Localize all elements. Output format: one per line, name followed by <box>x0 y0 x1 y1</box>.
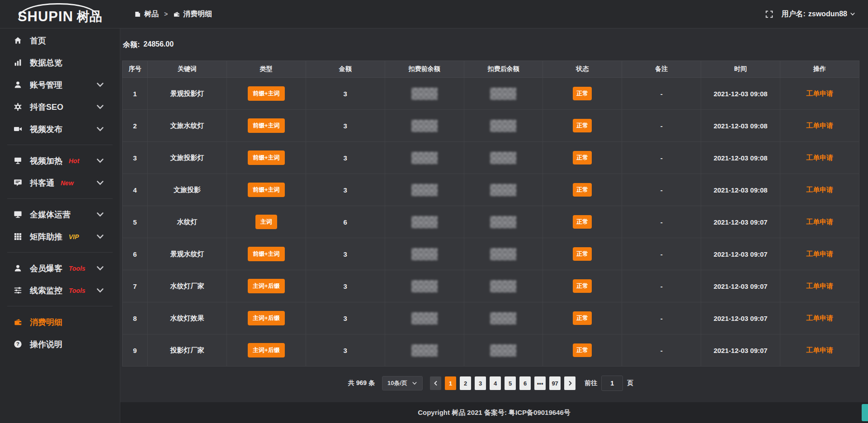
table-row: 3 文旅投影灯 前缀+主词 3 正常 - 2021-12-03 09:08 工单… <box>123 142 859 174</box>
sidebar-item-douyin-seo[interactable]: 抖音SEO <box>0 96 120 118</box>
sidebar-item-member-burst[interactable]: 会员爆客Tools <box>0 257 120 279</box>
goto-page-input[interactable] <box>601 376 623 391</box>
sidebar-item-label: 抖音SEO <box>30 102 63 113</box>
table-body: 1 景观投影灯 前缀+主词 3 正常 - 2021-12-03 09:08 工单… <box>123 78 859 367</box>
sidebar-divider <box>7 306 113 306</box>
logo-arc <box>19 3 98 18</box>
cell-time: 2021-12-03 09:08 <box>701 174 780 206</box>
user-menu[interactable]: 用户名: zswodun88 <box>781 9 855 19</box>
page-button-4[interactable]: 4 <box>490 376 501 390</box>
cell-remark: - <box>622 334 701 367</box>
grid-icon <box>14 232 22 241</box>
cell-balance-before <box>385 174 464 206</box>
work-order-link[interactable]: 工单申请 <box>806 314 833 322</box>
chevron-down-icon <box>96 264 104 273</box>
sidebar-item-label: 抖客通 <box>30 178 54 188</box>
sidebar-item-video-publish[interactable]: 视频发布 <box>0 118 120 140</box>
cell-remark: - <box>622 206 701 238</box>
cell-status: 正常 <box>543 238 622 270</box>
censored-value <box>490 344 516 357</box>
brand-logo[interactable]: SHUPIN 树品 <box>0 0 120 28</box>
table-row: 6 景观水纹灯 前缀+主词 3 正常 - 2021-12-03 09:07 工单… <box>123 238 859 270</box>
breadcrumb-separator: > <box>164 10 168 18</box>
sidebar-item-matrix-boost[interactable]: 矩阵助推VIP <box>0 226 120 248</box>
video-icon <box>14 125 22 133</box>
page-button-1[interactable]: 1 <box>445 376 456 390</box>
cell-action: 工单申请 <box>780 174 859 206</box>
floating-widget[interactable] <box>862 404 868 421</box>
censored-value <box>490 216 516 228</box>
sidebar-item-label: 数据总览 <box>30 57 62 68</box>
cell-remark: - <box>622 142 701 174</box>
heat-icon <box>14 156 22 165</box>
sidebar-item-media-operation[interactable]: 全媒体运营 <box>0 203 120 226</box>
censored-value <box>411 280 438 292</box>
cell-balance-before <box>385 270 464 302</box>
sidebar-item-spend-detail[interactable]: 消费明细 <box>0 311 120 333</box>
page-button-97[interactable]: 97 <box>549 376 561 390</box>
column-header: 关键词 <box>148 61 227 78</box>
sidebar-item-leads-monitor[interactable]: 线索监控Tools <box>0 279 120 301</box>
cell-balance-before <box>385 238 464 270</box>
cell-remark: - <box>622 302 701 334</box>
page-button-2[interactable]: 2 <box>460 376 471 390</box>
breadcrumb-item-spend-detail[interactable]: 消费明细 <box>173 9 212 19</box>
breadcrumb-label: 树品 <box>144 9 159 19</box>
cell-amount: 6 <box>306 206 385 238</box>
work-order-link[interactable]: 工单申请 <box>806 218 833 226</box>
sidebar-item-label: 视频发布 <box>30 124 62 135</box>
cell-no: 1 <box>123 78 148 110</box>
work-order-link[interactable]: 工单申请 <box>806 282 833 290</box>
topbar-right: 用户名: zswodun88 <box>765 9 868 19</box>
cell-balance-before <box>385 110 464 142</box>
work-order-link[interactable]: 工单申请 <box>806 122 833 129</box>
chevron-down-icon <box>96 125 104 133</box>
cell-remark: - <box>622 174 701 206</box>
page-size-select[interactable]: 10条/页 <box>382 376 423 390</box>
work-order-link[interactable]: 工单申请 <box>806 346 833 354</box>
fullscreen-icon[interactable] <box>765 10 773 18</box>
sidebar-item-home[interactable]: 首页 <box>0 29 120 52</box>
work-order-link[interactable]: 工单申请 <box>806 89 833 97</box>
page-button-5[interactable]: 5 <box>505 376 516 390</box>
page-ellipsis-button[interactable]: ••• <box>534 376 546 390</box>
breadcrumb: 树品>消费明细 <box>134 9 212 19</box>
type-badge: 前缀+主词 <box>248 118 285 133</box>
cell-balance-after <box>464 78 543 110</box>
type-badge: 前缀+主词 <box>248 150 285 165</box>
cell-keyword: 水纹灯效果 <box>148 302 227 334</box>
table-row: 2 文旅水纹灯 前缀+主词 3 正常 - 2021-12-03 09:08 工单… <box>123 110 859 142</box>
page-button-6[interactable]: 6 <box>519 376 531 390</box>
sidebar-item-video-heat[interactable]: 视频加热Hot <box>0 150 120 172</box>
doc-icon <box>134 11 141 18</box>
censored-value <box>411 312 438 324</box>
sidebar-item-data-overview[interactable]: 数据总览 <box>0 52 120 74</box>
censored-value <box>411 88 438 100</box>
column-header: 金额 <box>306 61 385 78</box>
type-badge: 前缀+主词 <box>248 183 285 197</box>
work-order-link[interactable]: 工单申请 <box>806 250 833 258</box>
status-badge: 正常 <box>573 343 592 357</box>
chart-icon <box>14 58 22 67</box>
app-root: SHUPIN 树品 树品>消费明细 用户名: zswodun88 首页数据总览账… <box>0 0 868 423</box>
cell-keyword: 投影灯厂家 <box>148 334 227 367</box>
column-header: 序号 <box>123 61 148 78</box>
status-badge: 正常 <box>573 279 592 293</box>
sidebar-item-douketong[interactable]: 抖客通New <box>0 172 120 194</box>
prev-page-button[interactable] <box>430 376 441 390</box>
status-badge: 正常 <box>573 215 592 229</box>
cell-time: 2021-12-03 09:07 <box>701 302 780 334</box>
status-badge: 正常 <box>573 119 592 132</box>
censored-value <box>490 280 516 292</box>
sidebar-item-account-manage[interactable]: 账号管理 <box>0 74 120 96</box>
work-order-link[interactable]: 工单申请 <box>806 186 833 193</box>
cell-balance-before <box>385 78 464 110</box>
next-page-button[interactable] <box>564 376 576 390</box>
work-order-link[interactable]: 工单申请 <box>806 154 833 161</box>
breadcrumb-item-shupin[interactable]: 树品 <box>134 9 159 19</box>
page-button-3[interactable]: 3 <box>475 376 486 390</box>
censored-value <box>411 152 438 164</box>
sidebar-item-help[interactable]: ?操作说明 <box>0 333 120 355</box>
sidebar-item-label: 视频加热 <box>30 155 62 166</box>
type-badge: 主词+后缀 <box>248 343 285 357</box>
